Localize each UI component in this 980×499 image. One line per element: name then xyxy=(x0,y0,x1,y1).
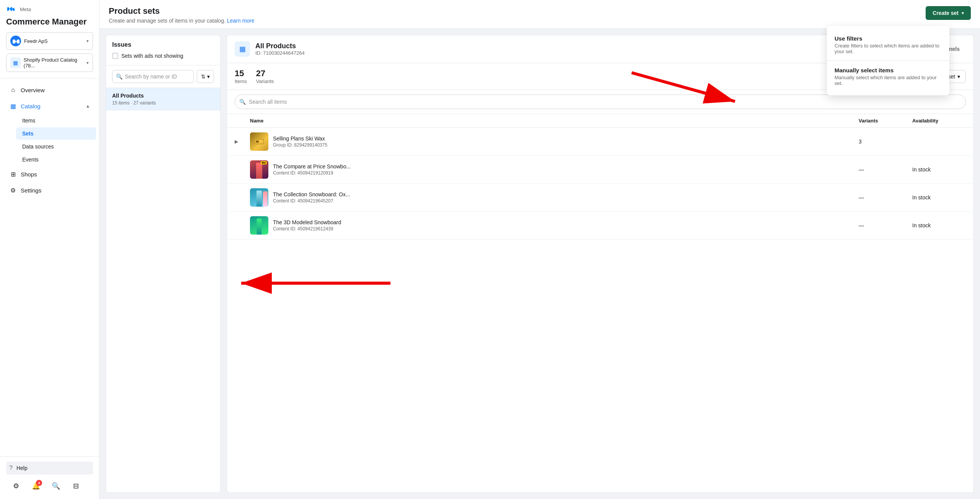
product-row-id: Content ID: 45094219120919 xyxy=(273,170,351,176)
view-filters-button[interactable]: View filters xyxy=(891,70,928,83)
catalog-expand-icon: ▲ xyxy=(86,104,90,108)
sidebar-item-catalog-label: Catalog xyxy=(21,103,41,109)
sidebar-item-events[interactable]: Events xyxy=(16,153,96,166)
edit-set-chevron-icon: ▾ xyxy=(957,73,960,80)
account-selector[interactable]: Feedr ApS ▾ xyxy=(6,32,93,50)
set-item-meta: 15 items · 27 variants xyxy=(112,100,214,106)
product-thumbnail xyxy=(250,188,268,207)
sidebar-item-catalog[interactable]: ▦ Catalog ▲ xyxy=(3,98,96,114)
create-set-button[interactable]: Create set ▾ xyxy=(926,6,971,20)
avatar xyxy=(10,36,21,46)
sidebar-item-sets-label: Sets xyxy=(22,130,34,137)
account-chevron-icon: ▾ xyxy=(87,39,89,44)
meta-logo-icon xyxy=(6,6,17,12)
sidebar-header: Meta Commerce Manager Feedr ApS ▾ ▦ Shop… xyxy=(0,0,99,78)
page-subtitle: Create and manage sets of items in your … xyxy=(109,18,255,24)
table-header: Name Variants Availability xyxy=(227,114,973,128)
table-row: The 3D Modeled Snowboard Content ID: 450… xyxy=(227,212,973,240)
help-item[interactable]: ? Help xyxy=(6,461,93,475)
product-name: All Products xyxy=(255,42,880,50)
search-section: 🔍 ⇅ ▾ xyxy=(106,65,220,88)
catalog-subnav: Items Sets Data sources Events xyxy=(13,114,99,166)
meta-logo-text: Meta xyxy=(20,7,31,12)
catalog-chevron-icon: ▾ xyxy=(87,60,89,65)
sidebar-nav: ⌂ Overview ▦ Catalog ▲ Items Sets Data s… xyxy=(0,78,99,457)
catalog-icon: ▦ xyxy=(10,57,21,68)
set-item[interactable]: All Products 15 items · 27 variants xyxy=(106,88,220,111)
name-header: Name xyxy=(250,118,859,124)
items-search: 🔍 xyxy=(227,90,973,114)
help-icon: ? xyxy=(9,465,13,471)
home-icon: ⌂ xyxy=(9,86,17,94)
main-content: Product sets Create and manage sets of i… xyxy=(100,0,980,499)
shops-icon: ⊞ xyxy=(9,170,17,178)
sidebar-item-sets[interactable]: Sets xyxy=(16,127,96,140)
sidebar: Meta Commerce Manager Feedr ApS ▾ ▦ Shop… xyxy=(0,0,100,499)
sidebar-item-overview[interactable]: ⌂ Overview xyxy=(3,82,96,98)
expand-icon[interactable]: ▶ xyxy=(235,139,250,144)
items-tab-icon: ▦ xyxy=(891,46,897,53)
row-variants: — xyxy=(859,194,912,201)
issues-item-label: Sets with ads not showing xyxy=(121,53,183,59)
catalog-selector[interactable]: ▦ Shopify Product Catalog (78... ▾ xyxy=(6,54,93,72)
notifications-icon[interactable]: 🔔 4 xyxy=(29,479,43,493)
items-table: Name Variants Availability ▶ Selling Pla… xyxy=(227,114,973,492)
search-input[interactable] xyxy=(112,70,194,83)
sidebar-item-settings[interactable]: ⚙ Settings xyxy=(3,183,96,198)
settings-bottom-icon[interactable]: ⚙ xyxy=(9,479,23,493)
meta-logo: Meta xyxy=(6,6,93,12)
sort-button[interactable]: ⇅ ▾ xyxy=(197,70,214,83)
sidebar-item-shops[interactable]: ⊞ Shops xyxy=(3,166,96,182)
account-name: Feedr ApS xyxy=(24,38,47,44)
learn-more-link[interactable]: Learn more xyxy=(227,18,255,24)
sidebar-bottom-actions: ⚙ 🔔 4 🔍 ⊟ xyxy=(6,475,93,494)
table-row: 8% The Compare at Price Snowbo... Conten… xyxy=(227,156,973,184)
row-availability: In stock xyxy=(912,194,966,201)
product-stats: 15 Items 27 Variants View filters Edit s… xyxy=(227,63,973,90)
tab-channels[interactable]: ⋯ Channels xyxy=(921,42,966,56)
sidebar-footer: ? Help ⚙ 🔔 4 🔍 ⊟ xyxy=(0,457,99,499)
issues-item: Sets with ads not showing xyxy=(112,53,214,59)
items-search-input[interactable] xyxy=(235,95,966,109)
page-header: Product sets Create and manage sets of i… xyxy=(100,0,980,29)
product-row-name: The Collection Snowboard: Ox... xyxy=(273,191,350,197)
product-thumbnail xyxy=(250,132,268,151)
settings-icon: ⚙ xyxy=(9,186,17,194)
sidebar-item-data-sources-label: Data sources xyxy=(22,144,54,150)
sidebar-item-items-label: Items xyxy=(22,117,35,124)
channels-tab-icon: ⋯ xyxy=(927,46,933,53)
product-thumbnail: 8% xyxy=(250,160,268,179)
sidebar-item-settings-label: Settings xyxy=(21,187,41,194)
sort-chevron-icon: ▾ xyxy=(207,73,210,80)
product-icon: ▦ xyxy=(235,41,250,57)
variants-stat: 27 Variants xyxy=(256,68,274,84)
dashboard-icon[interactable]: ⊟ xyxy=(69,479,83,493)
row-variants: — xyxy=(859,166,912,173)
sidebar-item-data-sources[interactable]: Data sources xyxy=(16,140,96,153)
product-row-name: The Compare at Price Snowbo... xyxy=(273,163,351,170)
issues-section: Issues Sets with ads not showing xyxy=(106,35,220,65)
search-bottom-icon[interactable]: 🔍 xyxy=(49,479,63,493)
issues-title: Issues xyxy=(112,41,214,48)
create-set-chevron-icon: ▾ xyxy=(962,11,964,16)
sidebar-item-items[interactable]: Items xyxy=(16,114,96,127)
right-panel: ▦ All Products ID: 710030244647264 ▦ Ite… xyxy=(227,35,974,493)
sidebar-item-shops-label: Shops xyxy=(21,171,37,178)
left-panel: Issues Sets with ads not showing 🔍 ⇅ ▾ xyxy=(106,35,220,493)
catalog-grid-icon: ▦ xyxy=(9,102,17,110)
sidebar-item-events-label: Events xyxy=(22,157,39,163)
tab-items[interactable]: ▦ Items xyxy=(885,42,920,56)
app-title: Commerce Manager xyxy=(6,17,93,27)
issues-checkbox[interactable] xyxy=(112,53,118,59)
help-label: Help xyxy=(16,465,28,471)
variants-label: Variants xyxy=(256,78,274,84)
set-item-name: All Products xyxy=(112,93,214,99)
content-area: Issues Sets with ads not showing 🔍 ⇅ ▾ xyxy=(100,29,980,499)
items-count: 15 xyxy=(235,68,247,78)
items-search-icon: 🔍 xyxy=(239,99,246,105)
row-availability: In stock xyxy=(912,222,966,228)
row-variants: — xyxy=(859,222,912,228)
table-row: ▶ Selling Plans Ski Wax Group ID: 829429… xyxy=(227,128,973,156)
edit-set-button[interactable]: Edit set ▾ xyxy=(931,70,966,83)
sort-icon: ⇅ xyxy=(201,73,206,80)
